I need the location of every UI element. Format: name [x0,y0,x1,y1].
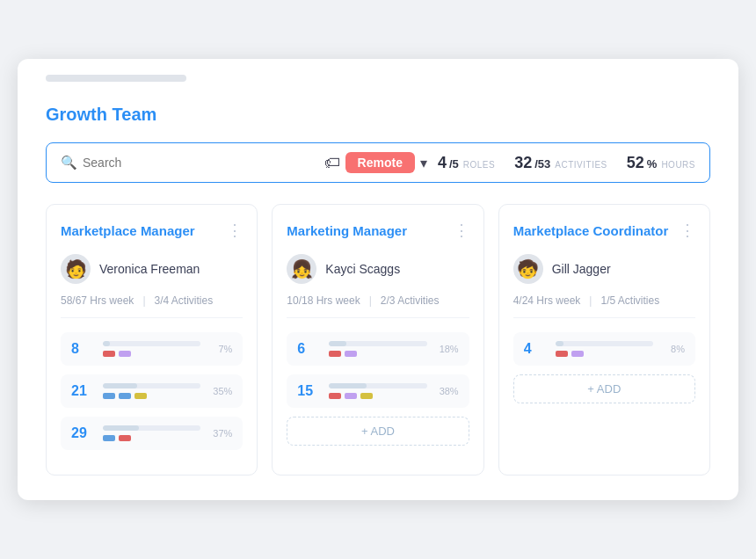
card-stat-divider-1: | [369,294,372,307]
mini-bar-track-0-1 [103,383,200,388]
mini-card-bar-area-0-2 [103,425,200,441]
page-title: Growth Team [46,105,710,125]
mini-card-pct-0-2: 37% [209,428,232,439]
stat-activities: 32 /53 ACTIVITIES [514,154,607,172]
mini-dot-0-2-0 [103,435,115,441]
mini-card-num-1-0: 6 [297,341,320,357]
mini-dot-0-2-1 [119,435,131,441]
mini-card-num-2-0: 4 [524,341,547,357]
mini-card-0-2: 2937% [61,417,243,450]
mini-card-num-0-0: 8 [71,341,94,357]
mini-dot-0-1-2 [134,393,147,399]
mini-dot-1-0-0 [329,351,341,357]
card-header-0: Marketplace Manager⋮ [61,221,243,240]
mini-bar-track-2-0 [556,341,653,346]
mini-dot-0-1-1 [119,393,131,399]
search-input[interactable] [83,156,153,170]
mini-card-pct-1-0: 18% [436,344,459,354]
card-activities-0: 3/4 Activities [155,294,214,307]
card-person-0: 🧑Veronica Freeman [61,254,243,284]
filter-tag: 🏷 Remote ▾ [324,152,427,173]
mini-bar-dots-1-0 [329,351,426,357]
main-window: Growth Team 🔍 🏷 Remote ▾ 4 /5 ROLES 32 /… [18,59,738,500]
card-menu-icon-0[interactable]: ⋮ [227,221,243,240]
card-title-2: Marketplace Coordinator [513,223,669,238]
card-2: Marketplace Coordinator⋮🧒Gill Jagger4/24… [498,204,710,476]
mini-dot-1-1-2 [360,393,373,399]
mini-bar-dots-0-2 [103,435,200,441]
stats-area: 4 /5 ROLES 32 /53 ACTIVITIES 52 % HOURS [438,154,695,172]
card-1: Marketing Manager⋮👧Kayci Scaggs10/18 Hrs… [272,204,483,476]
mini-dot-0-1-0 [103,393,115,399]
mini-bar-fill-1-0 [329,341,346,346]
mini-bar-fill-0-1 [103,383,137,388]
card-title-1: Marketing Manager [287,223,407,238]
stat-roles-denom: /5 [449,157,459,171]
mini-card-1-1: 1538% [287,374,469,408]
stat-hours-denom: % [647,157,658,171]
card-activities-2: 1/5 Activities [600,294,659,307]
mini-card-pct-0-0: 7% [209,344,232,354]
mini-card-num-0-1: 21 [71,383,94,399]
stat-roles-num: 4 [438,154,447,172]
card-person-2: 🧒Gill Jagger [513,254,695,284]
mini-dot-1-0-1 [345,351,357,357]
mini-card-0-1: 2135% [61,374,243,408]
card-person-1: 👧Kayci Scaggs [287,254,469,284]
mini-dot-2-0-0 [556,351,568,357]
stat-hours-num: 52 [627,154,644,172]
remote-badge[interactable]: Remote [345,152,415,173]
card-hrs-0: 58/67 Hrs week [61,294,134,307]
mini-bar-dots-0-0 [103,351,200,357]
stat-hours: 52 % HOURS [627,154,695,172]
card-menu-icon-2[interactable]: ⋮ [680,221,695,240]
mini-dot-1-1-1 [345,393,357,399]
window-top-bar [46,75,186,82]
card-activities-1: 2/3 Activities [381,294,440,307]
avatar-2: 🧒 [513,254,543,284]
stat-roles-label: ROLES [463,160,495,170]
card-header-2: Marketplace Coordinator⋮ [513,221,695,240]
mini-bar-fill-0-2 [103,425,139,431]
card-menu-icon-1[interactable]: ⋮ [454,221,469,240]
chevron-down-icon[interactable]: ▾ [420,155,427,171]
stat-activities-label: ACTIVITIES [555,160,607,170]
add-button-1[interactable]: + ADD [287,417,469,446]
card-stat-divider-0: | [142,294,145,307]
mini-dot-2-0-1 [571,351,584,357]
mini-bar-fill-1-1 [329,383,366,388]
card-0: Marketplace Manager⋮🧑Veronica Freeman58/… [46,204,258,476]
mini-bar-fill-0-0 [103,341,110,346]
mini-card-bar-area-2-0 [556,341,653,357]
mini-card-1-0: 618% [287,332,469,366]
avatar-0: 🧑 [61,254,91,284]
mini-card-bar-area-0-0 [103,341,200,357]
mini-card-pct-1-1: 38% [436,386,459,396]
person-name-2: Gill Jagger [552,262,611,276]
mini-card-bar-area-0-1 [103,383,200,399]
mini-card-num-1-1: 15 [297,383,320,399]
add-button-2[interactable]: + ADD [513,374,695,403]
mini-card-2-0: 48% [513,332,695,366]
toolbar: 🔍 🏷 Remote ▾ 4 /5 ROLES 32 /53 ACTIVITIE… [46,142,710,183]
stat-roles: 4 /5 ROLES [438,154,495,172]
person-name-0: Veronica Freeman [99,262,200,276]
mini-card-num-0-2: 29 [71,425,94,441]
mini-card-bar-area-1-0 [329,341,426,357]
mini-dot-0-0-0 [103,351,115,357]
stat-activities-denom: /53 [534,157,550,171]
tag-icon: 🏷 [324,154,340,172]
mini-bar-track-0-0 [103,341,200,346]
mini-card-pct-2-0: 8% [662,344,685,354]
mini-bar-dots-0-1 [103,393,200,399]
mini-bar-track-1-0 [329,341,426,346]
search-area: 🔍 [61,155,314,171]
card-stats-row-1: 10/18 Hrs week|2/3 Activities [287,294,469,318]
mini-dot-0-0-1 [119,351,131,357]
card-title-0: Marketplace Manager [61,223,195,238]
mini-card-pct-0-1: 35% [209,386,232,396]
mini-bar-fill-2-0 [556,341,563,346]
mini-bar-dots-2-0 [556,351,653,357]
mini-bar-track-1-1 [329,383,426,388]
mini-bar-track-0-2 [103,425,200,431]
